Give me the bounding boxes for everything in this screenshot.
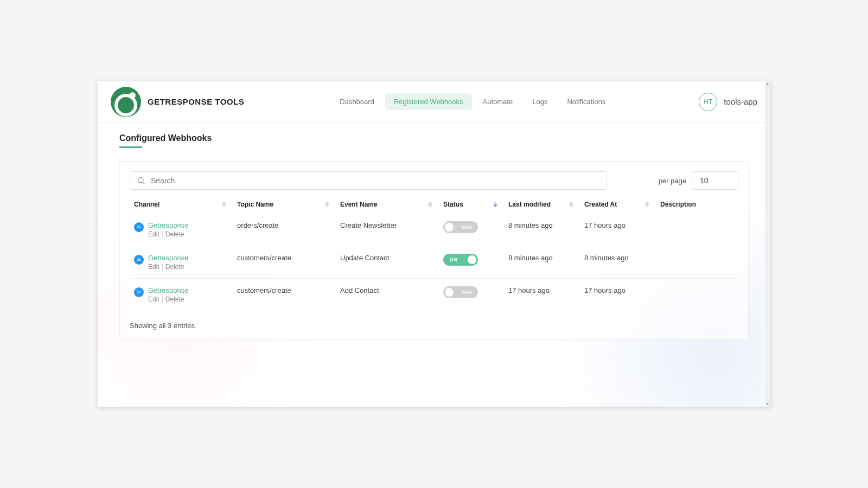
nav-automate[interactable]: Automate xyxy=(474,93,522,110)
col-description-label: Description xyxy=(660,201,696,208)
event-cell: Update Contact xyxy=(336,246,439,279)
col-modified-label: Last modified xyxy=(508,201,551,208)
event-cell: Create Newsletter xyxy=(336,214,439,246)
modified-cell: 8 minutes ago xyxy=(504,246,580,279)
logo-icon xyxy=(111,87,141,117)
col-created[interactable]: Created At xyxy=(580,195,656,214)
created-cell: 17 hours ago xyxy=(580,214,656,246)
description-cell xyxy=(656,279,738,311)
search-field[interactable] xyxy=(130,171,607,190)
delete-action[interactable]: Delete xyxy=(165,263,184,271)
topic-cell: customers/create xyxy=(233,246,336,279)
channel-name[interactable]: Getresponse xyxy=(148,254,188,262)
col-topic-label: Topic Name xyxy=(237,201,273,208)
channel-cell: ✉GetresponseEdit|Delete xyxy=(134,254,228,271)
toggle-label: OFF xyxy=(462,290,473,295)
modified-cell: 8 minutes ago xyxy=(504,214,580,246)
app-window: ▴ ▾ GETRESPONSE TOOLS Dashboard Register… xyxy=(98,81,770,407)
username: tools-app xyxy=(724,97,757,106)
toggle-label: ON xyxy=(450,257,458,262)
table-row: ✉GetresponseEdit|Deleteorders/createCrea… xyxy=(130,214,738,246)
toggle-knob xyxy=(468,255,476,264)
created-cell: 17 hours ago xyxy=(580,279,656,311)
col-topic[interactable]: Topic Name xyxy=(233,195,336,214)
scroll-down-icon[interactable]: ▾ xyxy=(765,401,770,407)
channel-icon: ✉ xyxy=(134,222,144,232)
status-toggle[interactable]: OFF xyxy=(443,221,478,233)
nav-logs[interactable]: Logs xyxy=(524,93,556,110)
scroll-up-icon[interactable]: ▴ xyxy=(765,81,770,87)
col-modified[interactable]: Last modified xyxy=(504,195,580,214)
sort-icon[interactable] xyxy=(645,202,649,207)
table-row: ✉GetresponseEdit|Deletecustomers/createA… xyxy=(130,279,738,311)
search-icon xyxy=(137,176,145,185)
col-channel-label: Channel xyxy=(134,201,159,208)
avatar[interactable]: HT xyxy=(699,93,717,111)
channel-icon: ✉ xyxy=(134,287,144,297)
sort-icon[interactable] xyxy=(569,202,573,207)
description-cell xyxy=(656,246,738,279)
toggle-knob xyxy=(445,288,454,297)
channel-name[interactable]: Getresponse xyxy=(148,286,188,294)
perpage-wrap: per page 10 xyxy=(659,171,738,190)
table-footer: Showing all 3 entries xyxy=(130,322,738,330)
modified-cell: 17 hours ago xyxy=(504,279,580,311)
col-channel[interactable]: Channel xyxy=(130,195,233,214)
edit-action[interactable]: Edit xyxy=(148,263,159,271)
channel-cell: ✉GetresponseEdit|Delete xyxy=(134,286,228,303)
created-cell: 8 minutes ago xyxy=(580,246,656,279)
topic-cell: orders/create xyxy=(233,214,336,246)
nav-notifications[interactable]: Notifications xyxy=(558,93,614,110)
sort-icon[interactable] xyxy=(428,202,432,207)
delete-action[interactable]: Delete xyxy=(165,230,184,238)
header: GETRESPONSE TOOLS Dashboard Registered W… xyxy=(98,81,770,123)
topic-cell: customers/create xyxy=(233,279,336,311)
controls-row: per page 10 xyxy=(130,171,738,190)
col-status-label: Status xyxy=(443,201,463,208)
page-title: Configured Webhooks xyxy=(119,133,212,147)
event-cell: Add Contact xyxy=(336,279,439,311)
top-nav: Dashboard Registered Webhooks Automate L… xyxy=(331,93,614,110)
row-actions: Edit|Delete xyxy=(148,230,188,238)
row-actions: Edit|Delete xyxy=(148,296,188,303)
nav-dashboard[interactable]: Dashboard xyxy=(331,93,383,110)
user-area[interactable]: HT tools-app xyxy=(699,93,757,111)
webhooks-card: per page 10 Channel Topic Name xyxy=(119,161,749,340)
col-status[interactable]: Status xyxy=(439,195,504,214)
col-event-label: Event Name xyxy=(340,201,378,208)
channel-name[interactable]: Getresponse xyxy=(148,221,188,229)
svg-line-1 xyxy=(143,182,144,184)
description-cell xyxy=(656,214,738,246)
edit-action[interactable]: Edit xyxy=(148,230,159,238)
edit-action[interactable]: Edit xyxy=(148,296,159,303)
webhooks-table: Channel Topic Name Event Name Statu xyxy=(130,195,738,311)
sort-icon[interactable] xyxy=(222,202,226,207)
status-toggle[interactable]: OFF xyxy=(443,286,478,298)
delete-action[interactable]: Delete xyxy=(165,296,184,303)
search-input[interactable] xyxy=(151,176,600,185)
col-created-label: Created At xyxy=(584,201,617,208)
toggle-knob xyxy=(445,223,454,232)
page-title-wrap: Configured Webhooks xyxy=(119,133,749,148)
sort-icon[interactable] xyxy=(325,202,329,207)
channel-icon: ✉ xyxy=(134,255,144,265)
content: Configured Webhooks per page 10 xyxy=(98,123,770,351)
brand-block: GETRESPONSE TOOLS xyxy=(111,87,244,117)
scrollbar[interactable]: ▴ ▾ xyxy=(765,81,770,407)
svg-point-0 xyxy=(138,178,143,183)
channel-cell: ✉GetresponseEdit|Delete xyxy=(134,221,228,238)
col-event[interactable]: Event Name xyxy=(336,195,439,214)
nav-registered-webhooks[interactable]: Registered Webhooks xyxy=(385,93,472,110)
perpage-select[interactable]: 10 xyxy=(692,171,738,190)
row-actions: Edit|Delete xyxy=(148,263,188,271)
col-description[interactable]: Description xyxy=(656,195,738,214)
table-row: ✉GetresponseEdit|Deletecustomers/createU… xyxy=(130,246,738,279)
perpage-label: per page xyxy=(659,177,686,185)
brand-title: GETRESPONSE TOOLS xyxy=(148,97,244,106)
status-toggle[interactable]: ON xyxy=(443,254,478,266)
toggle-label: OFF xyxy=(462,224,473,230)
sort-icon-active[interactable] xyxy=(493,202,497,207)
